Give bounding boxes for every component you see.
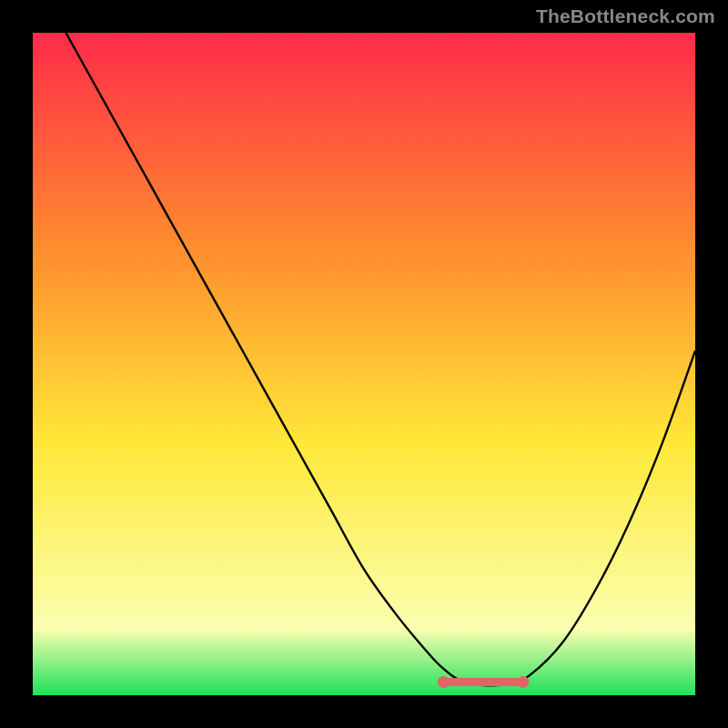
plot-area — [33, 33, 695, 695]
bottleneck-curve — [33, 33, 695, 695]
chart-frame: TheBottleneck.com — [0, 0, 728, 728]
svg-point-2 — [438, 676, 450, 688]
watermark-text: TheBottleneck.com — [536, 5, 715, 27]
svg-point-3 — [517, 676, 529, 688]
curve-line — [66, 33, 695, 685]
